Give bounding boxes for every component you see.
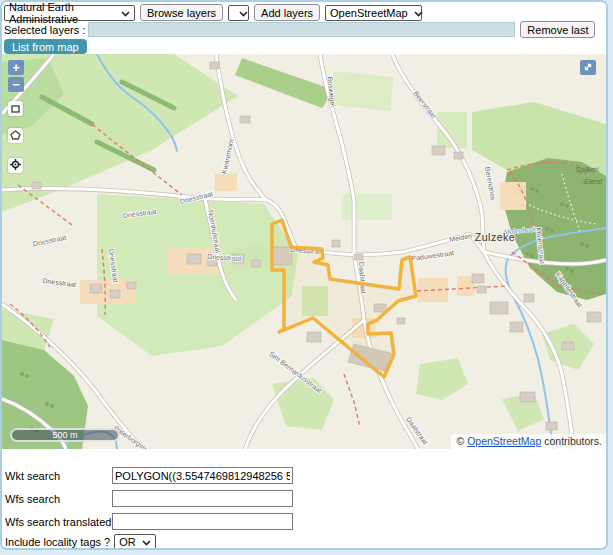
draw-box-button[interactable] — [8, 101, 23, 116]
chevron-down-icon — [142, 536, 151, 548]
toolbar-row-selected: Selected layers : Remove last — [4, 21, 608, 38]
wfs-search-row: Wfs search — [5, 493, 60, 505]
locality-tags-select[interactable]: OR — [114, 534, 156, 550]
list-from-map-button[interactable]: List from map — [4, 39, 87, 54]
wkt-search-label: Wkt search — [5, 470, 60, 482]
attribution-prefix: © — [457, 435, 468, 447]
scale-bar: 500 m — [10, 428, 120, 442]
wfs-search-translated-row: Wfs search translated — [5, 516, 111, 528]
attribution-suffix: contributors. — [541, 435, 602, 447]
zoom-in-button[interactable]: + — [8, 60, 24, 75]
chevron-down-icon — [414, 7, 423, 19]
attribution: © OpenStreetMap contributors. — [451, 434, 607, 449]
geolocate-button[interactable] — [8, 158, 23, 173]
remove-last-button[interactable]: Remove last — [520, 21, 595, 38]
osm-attribution-link[interactable]: OpenStreetMap — [467, 435, 541, 447]
wfs-search-label: Wfs search — [5, 493, 60, 505]
add-layers-button[interactable]: Add layers — [254, 4, 320, 21]
selected-layers-label: Selected layers : — [4, 24, 85, 36]
toolbar-row-list: List from map — [4, 39, 87, 54]
locality-tags-row: Include locality tags ? OR — [5, 534, 156, 550]
box-icon — [11, 103, 20, 115]
crosshair-icon — [10, 159, 21, 172]
toolbar-row-layers: Natural Earth Administrative Browse laye… — [4, 4, 422, 21]
selected-layers-input[interactable] — [88, 22, 515, 37]
basemap-select-value: OpenStreetMap — [330, 7, 408, 19]
expand-arrows-icon — [583, 62, 593, 74]
locality-tags-label: Include locality tags ? — [5, 536, 110, 548]
fullscreen-button[interactable] — [580, 60, 596, 75]
wfs-search-translated-label: Wfs search translated — [5, 516, 111, 528]
plus-icon: + — [12, 61, 20, 74]
wkt-search-input[interactable] — [112, 467, 293, 484]
page: { "toolbar": { "layer_select_value": "Na… — [0, 0, 613, 555]
wfs-search-input[interactable] — [112, 490, 293, 507]
scale-text: 500 m — [52, 430, 77, 440]
basemap-select[interactable]: OpenStreetMap — [325, 5, 422, 21]
map-canvas: DriesstraatDriesstraatDriesstraatDriesst… — [2, 54, 606, 449]
wfs-search-translated-input[interactable] — [112, 513, 293, 530]
minus-icon: − — [12, 78, 20, 91]
pentagon-icon — [10, 130, 21, 142]
browse-result-select[interactable] — [228, 5, 249, 21]
locality-tags-value: OR — [119, 536, 136, 548]
draw-polygon-button[interactable] — [8, 128, 23, 143]
chevron-down-icon — [239, 7, 248, 19]
chevron-down-icon — [121, 7, 130, 19]
area-label: -Elend — [582, 178, 603, 185]
place-label: Zulzeke — [475, 231, 515, 243]
browse-layers-button[interactable]: Browse layers — [140, 4, 223, 21]
layer-select[interactable]: Natural Earth Administrative — [4, 5, 135, 21]
app-container: Natural Earth Administrative Browse laye… — [0, 0, 608, 550]
area-label: Spijkeri — [576, 166, 599, 174]
search-form: Wkt search Wfs search Wfs search transla… — [2, 449, 606, 550]
zoom-out-button[interactable]: − — [8, 77, 24, 92]
map-viewport[interactable]: DriesstraatDriesstraatDriesstraatDriesst… — [2, 54, 606, 449]
toolbar: Natural Earth Administrative Browse laye… — [2, 2, 606, 54]
wkt-search-row: Wkt search — [5, 470, 60, 482]
